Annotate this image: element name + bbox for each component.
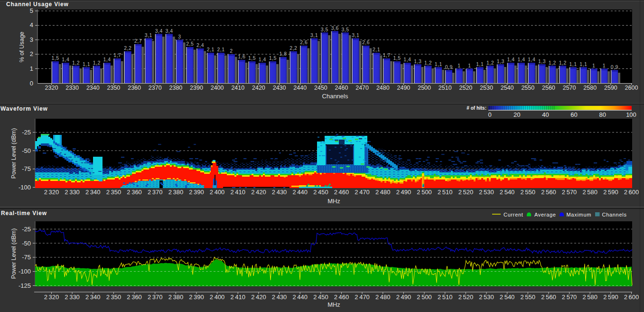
svg-text:2,6: 2,6	[300, 39, 308, 45]
svg-text:2410: 2410	[231, 85, 244, 91]
svg-text:2 480: 2 480	[375, 293, 391, 301]
svg-text:1,1: 1,1	[569, 61, 577, 67]
svg-text:2 450: 2 450	[313, 293, 328, 301]
svg-text:1,1: 1,1	[435, 61, 442, 67]
svg-text:2 420: 2 420	[251, 293, 266, 301]
svg-text:3,4: 3,4	[165, 28, 173, 34]
svg-text:2 470: 2 470	[355, 293, 370, 301]
svg-text:Average: Average	[534, 212, 556, 217]
svg-text:MHz: MHz	[327, 301, 340, 308]
svg-text:2510: 2510	[439, 85, 452, 91]
svg-text:1: 1	[457, 63, 460, 68]
svg-text:1,3: 1,3	[497, 58, 504, 64]
svg-text:1,5: 1,5	[269, 55, 277, 61]
svg-text:1,3: 1,3	[538, 58, 546, 64]
svg-text:1,5: 1,5	[393, 55, 401, 61]
svg-text:2580: 2580	[583, 85, 597, 91]
svg-text:2 550: 2 550	[521, 293, 536, 301]
svg-text:2 580: 2 580	[582, 189, 597, 196]
svg-text:2 470: 2 470	[355, 189, 370, 196]
svg-text:1,3: 1,3	[414, 58, 421, 64]
svg-text:3: 3	[178, 34, 181, 39]
svg-text:3,4: 3,4	[155, 28, 163, 34]
svg-text:2550: 2550	[521, 85, 534, 91]
svg-text:2340: 2340	[86, 85, 100, 91]
svg-text:1,7: 1,7	[383, 52, 391, 58]
svg-text:2 370: 2 370	[148, 293, 163, 301]
svg-text:2 530: 2 530	[479, 189, 494, 196]
svg-text:2 600: 2 600	[624, 189, 639, 196]
svg-text:1: 1	[468, 63, 471, 68]
svg-text:2 510: 2 510	[438, 293, 453, 301]
svg-text:0: 0	[488, 111, 491, 118]
svg-text:2 450: 2 450	[313, 189, 328, 196]
svg-text:2470: 2470	[355, 85, 369, 91]
svg-text:2 420: 2 420	[251, 189, 266, 196]
svg-text:2430: 2430	[273, 85, 286, 91]
svg-text:2 330: 2 330	[65, 189, 80, 196]
svg-text:1,2: 1,2	[93, 60, 101, 66]
svg-text:2520: 2520	[459, 85, 472, 91]
svg-text:Real-time View: Real-time View	[1, 210, 47, 217]
svg-text:2 560: 2 560	[541, 189, 556, 196]
svg-text:2 390: 2 390	[189, 293, 204, 301]
svg-text:3,5: 3,5	[321, 27, 328, 32]
svg-text:2380: 2380	[169, 85, 182, 91]
svg-text:2,1: 2,1	[373, 47, 380, 52]
svg-text:1,4: 1,4	[517, 57, 525, 62]
svg-text:-100: -100	[19, 184, 31, 191]
svg-text:2: 2	[30, 50, 33, 57]
svg-text:1,4: 1,4	[103, 57, 111, 62]
svg-text:2 560: 2 560	[541, 293, 556, 301]
svg-text:2590: 2590	[604, 85, 617, 91]
svg-text:2 350: 2 350	[106, 189, 121, 196]
svg-text:1,8: 1,8	[280, 51, 287, 57]
svg-text:2 540: 2 540	[500, 293, 515, 301]
svg-text:2480: 2480	[376, 85, 390, 91]
svg-text:2 340: 2 340	[85, 189, 101, 196]
svg-text:2 430: 2 430	[272, 189, 287, 196]
svg-text:2 390: 2 390	[189, 189, 204, 196]
svg-text:1,7: 1,7	[113, 52, 121, 58]
svg-text:-75: -75	[22, 254, 31, 261]
svg-text:2390: 2390	[190, 85, 203, 91]
svg-text:1,5: 1,5	[248, 55, 256, 61]
svg-text:2 570: 2 570	[562, 189, 577, 196]
svg-text:2370: 2370	[149, 85, 162, 91]
svg-text:-25: -25	[22, 226, 31, 233]
svg-text:2 410: 2 410	[231, 189, 246, 196]
svg-text:Channel Usage View: Channel Usage View	[6, 1, 69, 8]
svg-text:40: 40	[542, 111, 549, 118]
svg-text:1,2: 1,2	[72, 60, 80, 66]
svg-text:2,2: 2,2	[124, 45, 131, 51]
svg-text:3,5: 3,5	[341, 27, 349, 32]
svg-text:60: 60	[570, 111, 577, 118]
svg-text:3,1: 3,1	[310, 32, 318, 38]
svg-text:2 510: 2 510	[438, 189, 453, 196]
svg-text:3: 3	[30, 36, 33, 43]
svg-text:Power Level (dBm): Power Level (dBm)	[10, 228, 17, 279]
svg-text:Waveform View: Waveform View	[0, 105, 48, 112]
svg-text:2 500: 2 500	[417, 293, 432, 301]
svg-text:2 600: 2 600	[624, 293, 639, 301]
svg-text:5: 5	[30, 7, 33, 14]
svg-text:1: 1	[592, 63, 595, 68]
svg-text:1,2: 1,2	[424, 60, 432, 66]
svg-text:2 380: 2 380	[168, 293, 184, 301]
svg-text:1,1: 1,1	[476, 61, 484, 67]
svg-text:2320: 2320	[45, 85, 58, 91]
svg-text:0,9: 0,9	[445, 64, 453, 70]
svg-text:2350: 2350	[107, 85, 120, 91]
svg-text:1,4: 1,4	[528, 57, 535, 62]
svg-text:2 460: 2 460	[334, 293, 349, 301]
svg-text:2 520: 2 520	[458, 189, 474, 196]
svg-text:2 340: 2 340	[85, 293, 101, 301]
svg-text:2330: 2330	[65, 85, 79, 91]
svg-text:1,2: 1,2	[549, 60, 556, 66]
svg-text:2460: 2460	[335, 85, 348, 91]
svg-text:1: 1	[30, 65, 33, 72]
svg-text:2 320: 2 320	[44, 293, 59, 301]
svg-text:2 580: 2 580	[582, 293, 597, 301]
svg-text:2 430: 2 430	[272, 293, 287, 301]
svg-text:MHz: MHz	[327, 198, 340, 205]
